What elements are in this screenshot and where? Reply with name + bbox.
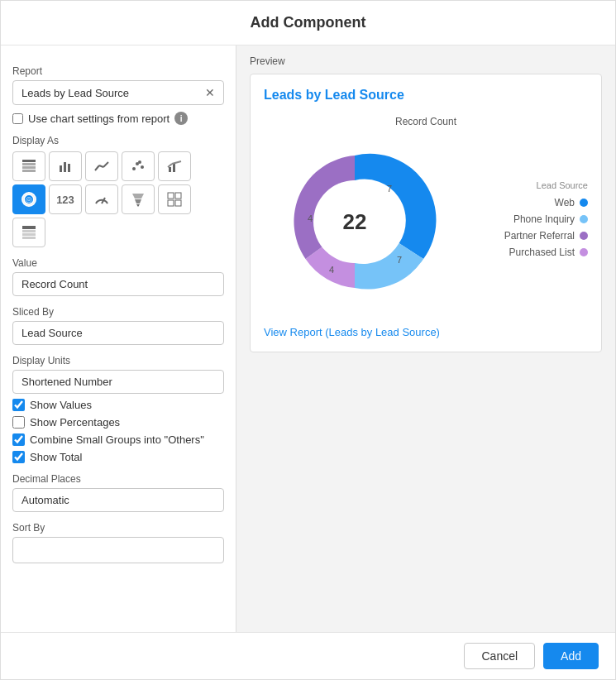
chart-type-matrix[interactable] (158, 184, 191, 214)
svg-rect-24 (168, 193, 174, 199)
display-as-grid: ◎ 123 (12, 151, 224, 214)
svg-rect-3 (22, 170, 36, 172)
display-units-label: Display Units (12, 355, 224, 366)
svg-rect-6 (68, 164, 70, 172)
legend-dot-phone (580, 215, 588, 223)
value-value: Record Count (21, 278, 88, 290)
sort-by-label: Sort By (12, 522, 224, 534)
show-total-label: Show Total (30, 451, 82, 463)
chart-type-gauge[interactable] (85, 184, 118, 214)
segment-label-purchased: 4 (329, 265, 334, 275)
legend-item-purchased: Purchased List (456, 247, 588, 258)
modal-footer: Cancel Add (1, 632, 615, 679)
sliced-by-input[interactable]: Lead Source (12, 321, 224, 345)
chart-type-line[interactable] (85, 151, 118, 181)
value-label: Value (12, 257, 224, 269)
chart-type-scatter[interactable] (122, 151, 155, 181)
chart-type-bar[interactable] (49, 151, 82, 181)
show-values-checkbox[interactable] (12, 399, 25, 411)
legend-label-partner: Partner Referral (504, 230, 575, 242)
right-panel: Preview Leads by Lead Source Record Coun… (236, 45, 615, 632)
view-report-link[interactable]: View Report (Leads by Lead Source) (264, 326, 588, 338)
svg-marker-23 (136, 204, 140, 207)
legend-dot-partner (580, 232, 588, 240)
legend-dot-purchased (580, 248, 588, 256)
chart-area: 7 7 4 4 22 Lea (264, 131, 588, 313)
segment-label-phone: 7 (397, 255, 402, 265)
use-chart-row: Use chart settings from report i (12, 112, 224, 125)
svg-rect-1 (22, 163, 36, 165)
legend: Lead Source Web Phone Inquiry Partner Re… (456, 180, 588, 263)
report-label: Report (12, 65, 224, 77)
svg-point-13 (138, 160, 141, 164)
decimal-places-value: Automatic (21, 494, 69, 506)
svg-rect-0 (22, 160, 36, 162)
show-percentages-checkbox[interactable] (12, 416, 25, 429)
svg-line-16 (168, 164, 172, 167)
svg-point-12 (141, 165, 144, 169)
preview-label: Preview (250, 55, 602, 67)
sliced-by-label: Sliced By (12, 306, 224, 318)
add-button[interactable]: Add (543, 643, 599, 669)
chart-type-number[interactable]: 123 (49, 184, 82, 214)
svg-rect-2 (22, 166, 36, 169)
combine-small-row: Combine Small Groups into "Others" (12, 433, 224, 446)
legend-item-phone: Phone Inquiry (456, 213, 588, 225)
svg-rect-4 (60, 165, 62, 172)
legend-label-web: Web (555, 197, 575, 208)
legend-item-web: Web (456, 197, 588, 208)
svg-line-17 (172, 161, 181, 164)
svg-rect-5 (64, 162, 66, 172)
add-component-modal: Add Component Report Leads by Lead Sourc… (0, 0, 616, 680)
value-input[interactable]: Record Count (12, 272, 224, 296)
show-percentages-label: Show Percentages (30, 416, 120, 429)
segment-label-partner: 4 (308, 213, 313, 223)
svg-line-7 (95, 165, 99, 170)
preview-title: Leads by Lead Source (264, 88, 588, 103)
clear-icon[interactable]: ✕ (205, 86, 215, 99)
svg-rect-25 (175, 193, 181, 199)
modal-title: Add Component (251, 14, 366, 31)
report-value: Leads by Lead Source (21, 87, 129, 99)
combine-small-checkbox[interactable] (12, 433, 25, 446)
sort-by-input[interactable] (12, 537, 224, 563)
svg-marker-21 (132, 194, 144, 199)
display-units-input[interactable]: Shortened Number (12, 370, 224, 394)
use-chart-checkbox[interactable] (12, 113, 23, 124)
svg-line-9 (103, 162, 108, 167)
record-count-label: Record Count (264, 116, 588, 127)
show-total-checkbox[interactable] (12, 451, 25, 463)
legend-label-phone: Phone Inquiry (513, 213, 575, 225)
sliced-by-value: Lead Source (21, 327, 83, 339)
legend-label-purchased: Purchased List (509, 247, 575, 258)
chart-type-donut[interactable]: ◎ (12, 184, 45, 214)
svg-line-8 (99, 165, 103, 167)
chart-type-funnel[interactable] (122, 184, 155, 214)
svg-point-10 (132, 167, 136, 170)
svg-rect-14 (169, 167, 171, 172)
report-input[interactable]: Leads by Lead Source ✕ (12, 80, 224, 105)
modal-body: Report Leads by Lead Source ✕ Use chart … (1, 45, 615, 632)
display-as-row3 (12, 218, 224, 247)
chart-type-table[interactable] (12, 151, 45, 181)
svg-rect-28 (22, 226, 36, 229)
svg-rect-27 (175, 200, 181, 206)
svg-rect-26 (168, 200, 174, 206)
show-values-row: Show Values (12, 399, 224, 411)
modal-header: Add Component (1, 1, 615, 45)
donut-center: 22 (343, 209, 367, 235)
decimal-places-input[interactable]: Automatic (12, 488, 224, 512)
chart-type-data-table[interactable] (12, 218, 45, 247)
decimal-places-label: Decimal Places (12, 473, 224, 485)
info-icon[interactable]: i (174, 112, 188, 125)
preview-card: Leads by Lead Source Record Count (250, 74, 602, 352)
legend-dot-web (580, 199, 588, 207)
svg-rect-30 (22, 233, 36, 236)
show-percentages-row: Show Percentages (12, 416, 224, 429)
svg-marker-22 (135, 199, 141, 204)
segment-label-web: 7 (387, 184, 392, 194)
chart-type-combo[interactable] (158, 151, 191, 181)
display-units-value: Shortened Number (21, 376, 112, 388)
cancel-button[interactable]: Cancel (464, 643, 535, 669)
left-panel: Report Leads by Lead Source ✕ Use chart … (1, 45, 236, 632)
